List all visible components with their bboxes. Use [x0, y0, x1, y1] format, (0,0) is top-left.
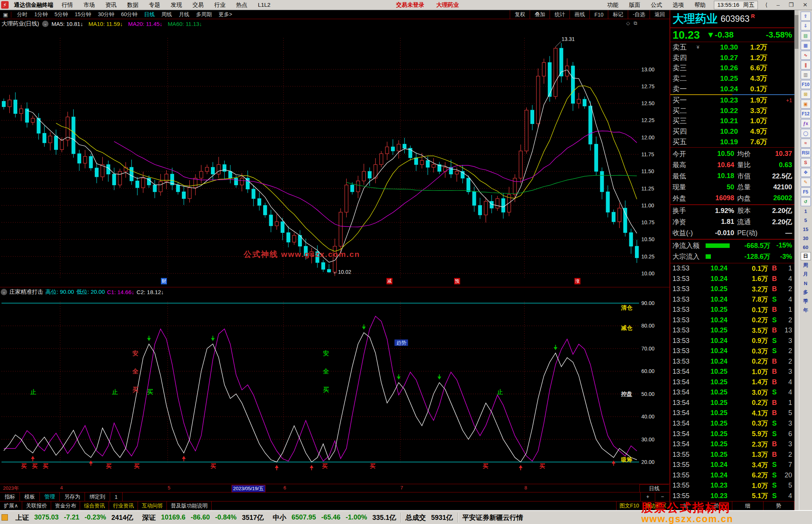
menu-版面[interactable]: 版面 [624, 2, 645, 9]
period-5分钟[interactable]: 5分钟 [51, 11, 71, 18]
strip-period-周[interactable]: 周 [801, 261, 811, 269]
strip-period-日[interactable]: 日 [801, 252, 811, 260]
menu-发现[interactable]: 发现 [165, 2, 187, 9]
menu-数据[interactable]: 数据 [122, 2, 144, 9]
tab-关联报价[interactable]: 关联报价 [22, 501, 51, 510]
menu-市场[interactable]: 市场 [78, 2, 100, 9]
strip-period-月[interactable]: 月 [801, 270, 811, 278]
report-icon[interactable]: ▤ [801, 31, 811, 40]
f5-icon[interactable]: F5 [801, 187, 811, 196]
index-深证[interactable]: 深证10169.6-86.60-0.84%3517亿 [138, 513, 268, 522]
indicator-chart[interactable]: 90.0080.0070.0060.0050.0040.0030.0020.00… [0, 296, 670, 484]
index-上证[interactable]: 上证3075.03-7.21-0.23%2414亿 [11, 513, 138, 522]
tab-互动问答[interactable]: 互动问答 [138, 501, 167, 510]
tab-模板[interactable]: 模板 [20, 492, 40, 501]
period-1分钟[interactable]: 1分钟 [31, 11, 51, 18]
main-candlestick-panel[interactable]: 大理药业(日线) ⌄ MA5: 10.81↓MA10: 11.59↓MA20: … [0, 19, 670, 287]
zoom-out-button[interactable]: − [655, 492, 670, 501]
menu-选项[interactable]: 选项 [667, 2, 689, 9]
toolbar-F10[interactable]: F10 [589, 10, 608, 19]
draw-icon[interactable]: ✎ [801, 178, 811, 187]
strip-period-1[interactable]: 1 [801, 207, 811, 215]
chevron-down-icon[interactable]: ⌄ [1, 289, 7, 295]
minimize-button[interactable]: – [772, 2, 784, 8]
market-status-icon[interactable] [2, 514, 8, 521]
timeline-axis[interactable]: 2023年452023/05/19/五678 日线 [0, 484, 670, 492]
menu-行情[interactable]: 行情 [56, 2, 78, 9]
restore-button[interactable]: ❒ [784, 2, 798, 8]
news-icon[interactable]: ▥ [801, 70, 811, 79]
tab-另存为[interactable]: 另存为 [60, 492, 85, 501]
menu-资讯[interactable]: 资讯 [100, 2, 122, 9]
timeline-tick[interactable]: 2023/05/19/五 [232, 485, 265, 492]
menu-交易[interactable]: 交易 [187, 2, 209, 9]
wave-icon[interactable]: ≈ [801, 139, 811, 148]
period-多周期[interactable]: 多周期 [193, 11, 215, 18]
tree-icon[interactable]: ⊞ [801, 90, 811, 99]
menu-热点[interactable]: 热点 [231, 2, 253, 9]
index-中小[interactable]: 中小6507.95-65.46-1.00%335.1亿 [268, 513, 400, 522]
strip-period-5[interactable]: 5 [801, 216, 811, 224]
menu-功能[interactable]: 功能 [602, 2, 624, 9]
f10-icon[interactable]: F10 [801, 80, 811, 89]
period-60分钟[interactable]: 60分钟 [118, 11, 141, 18]
period-月线[interactable]: 月线 [176, 11, 193, 18]
strip-period-15[interactable]: 15 [801, 225, 811, 233]
toolbar-复权[interactable]: 复权 [510, 10, 530, 19]
tab-管理[interactable]: 管理 [40, 492, 60, 501]
tab-普及版功能说明[interactable]: 普及版功能说明 [167, 501, 212, 510]
formula-icon[interactable]: ƒx [801, 119, 811, 128]
strip-period-30[interactable]: 30 [801, 234, 811, 242]
menu-专题[interactable]: 专题 [144, 2, 165, 9]
period-分时[interactable]: 分时 [14, 11, 31, 18]
tab-1[interactable]: 1 [110, 492, 123, 501]
strip-period-N[interactable]: N [801, 279, 811, 287]
cross-icon[interactable]: ✥ [801, 168, 811, 177]
period-30分钟[interactable]: 30分钟 [94, 11, 118, 18]
trade-login-status[interactable]: 交易未登录 [390, 2, 430, 9]
toolbar-画线[interactable]: 画线 [570, 10, 589, 19]
scrollbar-thumb[interactable] [795, 15, 798, 49]
diamond-icon[interactable]: ◇ [626, 20, 630, 26]
event-flag-财[interactable]: 财 [161, 278, 167, 284]
period-日线[interactable]: 日线 [141, 11, 158, 18]
event-flag-涨[interactable]: 涨 [574, 278, 580, 284]
f12-icon[interactable]: F12 [801, 109, 811, 118]
period-15分钟[interactable]: 15分钟 [71, 11, 95, 18]
active-stock-link[interactable]: 大理药业 [430, 2, 465, 9]
quote-board-icon[interactable]: ▦ [801, 41, 811, 50]
menu-公式[interactable]: 公式 [645, 2, 667, 9]
toolbar-返回[interactable]: 返回 [650, 10, 670, 19]
tab-行业资讯[interactable]: 行业资讯 [109, 501, 138, 510]
monitor-icon[interactable]: ▣ [0, 12, 11, 18]
strip-period-年[interactable]: 年 [801, 306, 811, 314]
panel-icon[interactable]: ⧉ [634, 20, 637, 26]
close-button[interactable]: ✕ [798, 2, 812, 8]
menu-行业[interactable]: 行业 [209, 2, 231, 9]
menu-帮助[interactable]: 帮助 [689, 2, 711, 9]
scroll-down-icon[interactable]: ⇩ [801, 21, 811, 30]
event-flag-预[interactable]: 预 [454, 278, 460, 284]
indicator-panel[interactable]: ⌄ 庄家精准打击 高位: 90.00 低位: 20.00 C1: 14.66↓ … [0, 287, 670, 484]
toolbar-统计[interactable]: 统计 [550, 10, 570, 19]
strip-period-多[interactable]: 多 [801, 288, 811, 296]
kline-icon[interactable]: ∥ [801, 60, 811, 69]
toolbar-叠加[interactable]: 叠加 [530, 10, 550, 19]
zoom-in-button[interactable]: + [640, 492, 655, 501]
strip-period-60[interactable]: 60 [801, 243, 811, 251]
back-button[interactable]: ⟨ [761, 2, 772, 8]
signal-icon[interactable]: S [801, 158, 811, 167]
period-更多>[interactable]: 更多> [215, 11, 236, 18]
shape-icon[interactable]: ◯ [801, 129, 811, 138]
period-周线[interactable]: 周线 [158, 11, 176, 18]
toolbar-标记[interactable]: 标记 [608, 10, 628, 19]
tab-绑定到[interactable]: 绑定到 [85, 492, 110, 501]
candlestick-chart[interactable]: 13.0012.7512.5012.2512.0011.7511.5011.25… [0, 28, 670, 287]
trend-line-icon[interactable]: ∿ [801, 51, 811, 60]
folder-icon[interactable]: ▣ [801, 100, 811, 109]
tab-图文F10[interactable]: 图文F10 [616, 501, 642, 510]
tab-扩展∧[interactable]: 扩展∧ [0, 501, 22, 510]
back-icon[interactable]: ↺ [801, 197, 811, 206]
chevron-down-icon[interactable]: ⌄ [42, 21, 48, 27]
quote-scrollbar[interactable] [794, 10, 799, 510]
